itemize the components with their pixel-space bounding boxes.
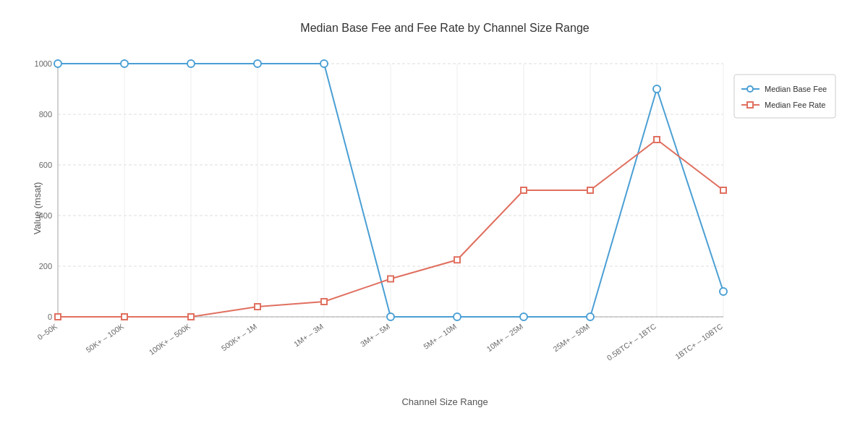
svg-rect-64	[747, 102, 753, 108]
svg-text:0.5BTC+ – 1BTC: 0.5BTC+ – 1BTC	[605, 322, 658, 362]
svg-text:Median Fee Rate: Median Fee Rate	[765, 101, 825, 109]
svg-point-42	[387, 313, 394, 320]
svg-rect-52	[321, 299, 327, 305]
svg-point-43	[454, 313, 461, 320]
svg-rect-57	[654, 137, 660, 142]
svg-text:25M+ – 50M: 25M+ – 50M	[551, 322, 591, 353]
svg-rect-59	[734, 75, 835, 118]
svg-text:0–50K: 0–50K	[35, 322, 59, 341]
svg-text:800: 800	[39, 110, 52, 119]
svg-point-40	[254, 60, 261, 67]
svg-text:5M+ – 10M: 5M+ – 10M	[422, 322, 458, 351]
svg-text:200: 200	[39, 262, 52, 271]
svg-point-37	[54, 60, 61, 67]
svg-text:0: 0	[48, 312, 52, 321]
svg-rect-51	[255, 304, 260, 310]
x-axis-label: Channel Size Range	[401, 396, 488, 407]
svg-text:1BTC+ – 10BTC: 1BTC+ – 10BTC	[673, 322, 725, 361]
svg-text:3M+ – 5M: 3M+ – 5M	[359, 322, 391, 349]
svg-point-38	[121, 60, 128, 67]
svg-rect-53	[388, 276, 393, 282]
chart-area: Value (msat) Channel Size Range 02004006…	[51, 49, 839, 367]
svg-text:10M+ – 25M: 10M+ – 25M	[485, 322, 524, 353]
y-axis-label: Value (msat)	[32, 182, 43, 235]
svg-text:500K+ – 1M: 500K+ – 1M	[220, 322, 259, 352]
svg-text:100K+ – 500K: 100K+ – 500K	[147, 322, 192, 357]
chart-svg: 020040060080010000–50K50K+ – 100K100K+ –…	[51, 49, 839, 367]
svg-rect-55	[521, 187, 527, 193]
svg-point-47	[720, 288, 727, 295]
svg-text:600: 600	[39, 161, 52, 169]
svg-rect-58	[720, 187, 726, 193]
svg-text:50K+ – 100K: 50K+ – 100K	[84, 322, 125, 354]
svg-text:1M+ – 3M: 1M+ – 3M	[292, 322, 325, 349]
svg-rect-54	[454, 257, 460, 263]
chart-title: Median Base Fee and Fee Rate by Channel …	[51, 22, 839, 35]
chart-container: Median Base Fee and Fee Rate by Channel …	[0, 0, 868, 434]
svg-rect-49	[122, 314, 127, 320]
svg-point-45	[587, 313, 594, 320]
svg-text:Median Base Fee: Median Base Fee	[765, 85, 827, 93]
svg-point-39	[187, 60, 195, 67]
svg-point-61	[747, 86, 753, 92]
svg-rect-50	[188, 314, 194, 320]
svg-point-41	[320, 60, 328, 67]
svg-rect-48	[55, 314, 61, 320]
svg-point-46	[653, 85, 660, 93]
svg-point-44	[520, 313, 527, 320]
svg-text:1000: 1000	[35, 59, 52, 68]
svg-rect-56	[587, 187, 593, 193]
